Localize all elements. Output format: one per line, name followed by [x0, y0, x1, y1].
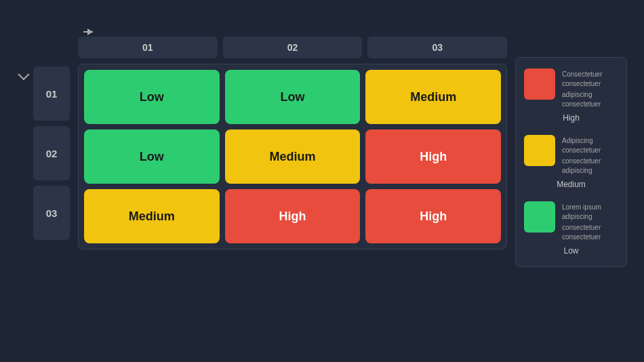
legend-item-row: Lorem ipsum adipiscingconsectetuer conse…	[524, 201, 618, 242]
matrix-cell: Medium	[365, 70, 501, 124]
matrix-cell: High	[365, 129, 501, 184]
legend-label: High	[524, 113, 618, 123]
legend-text-block: Consectetuer consectetueradipiscing cons…	[562, 68, 618, 109]
row-labels: 010203	[33, 31, 70, 240]
row-label: 01	[33, 66, 70, 121]
matrix-section: 010203 LowLowMediumLowMediumHighMediumHi…	[78, 31, 507, 249]
matrix-cell: High	[225, 189, 361, 243]
legend-color-box	[524, 135, 555, 166]
matrix-cell: Medium	[225, 129, 361, 184]
legend-text-block: Adipiscing consectetuerconsectetuer adip…	[562, 135, 618, 176]
legend-color-box	[524, 68, 555, 100]
legend-desc-line1: Lorem ipsum adipiscing	[562, 203, 618, 222]
legend-desc-line2: adipiscing consectetuer	[562, 90, 618, 109]
legend-item-row: Consectetuer consectetueradipiscing cons…	[524, 68, 618, 109]
col-header: 03	[367, 37, 507, 58]
matrix-grid: LowLowMediumLowMediumHighMediumHighHigh	[78, 64, 507, 249]
col-header: 02	[223, 37, 363, 58]
legend-item: Lorem ipsum adipiscingconsectetuer conse…	[524, 201, 618, 256]
legend-section: Consectetuer consectetueradipiscing cons…	[515, 57, 627, 267]
matrix-row: LowMediumHigh	[84, 129, 501, 184]
likelihood-label-wrapper	[17, 31, 29, 80]
matrix-row: LowLowMedium	[84, 70, 501, 124]
row-label: 03	[33, 186, 70, 240]
severity-label-row	[78, 31, 507, 33]
matrix-cell: Medium	[84, 189, 220, 243]
legend-desc-line1: Adipiscing consectetuer	[562, 136, 618, 155]
row-label: 02	[33, 126, 70, 180]
likelihood-arrow-icon	[18, 68, 29, 80]
likelihood-label	[17, 72, 29, 80]
legend-text-block: Lorem ipsum adipiscingconsectetuer conse…	[562, 201, 618, 242]
legend-item: Adipiscing consectetuerconsectetuer adip…	[524, 135, 618, 189]
legend-color-box	[524, 201, 555, 233]
legend-desc-line2: consectetuer adipiscing	[562, 157, 618, 176]
severity-arrow-icon	[83, 31, 93, 33]
matrix-row: MediumHighHigh	[84, 189, 501, 243]
col-header: 01	[78, 37, 218, 58]
legend-label: Medium	[524, 180, 618, 189]
matrix-cell: Low	[84, 129, 220, 184]
severity-label	[81, 31, 93, 33]
matrix-cell: Low	[225, 70, 361, 124]
legend-item-row: Adipiscing consectetuerconsectetuer adip…	[524, 135, 618, 176]
content-area: 010203 010203 LowLowMediumLowMediumHighM…	[17, 31, 627, 267]
matrix-cell: Low	[84, 70, 220, 124]
legend-item: Consectetuer consectetueradipiscing cons…	[524, 68, 618, 123]
col-headers: 010203	[78, 37, 507, 58]
legend-desc-line1: Consectetuer consectetuer	[562, 70, 618, 89]
matrix-cell: High	[365, 189, 501, 243]
legend-label: Low	[524, 246, 618, 256]
left-section: 010203	[17, 31, 70, 240]
legend-desc-line2: consectetuer consectetuer	[562, 223, 618, 242]
